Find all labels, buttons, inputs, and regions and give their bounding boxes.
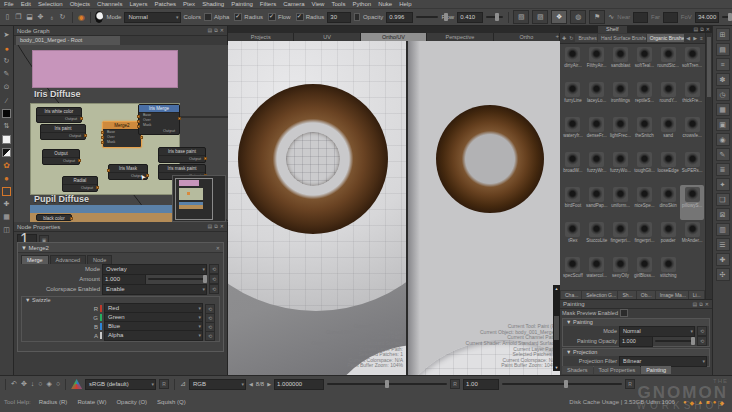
brush-editor-icon[interactable]: ✎ bbox=[716, 148, 730, 161]
star-icon[interactable]: ✦ bbox=[716, 178, 730, 191]
save-project-icon[interactable]: ⬓ bbox=[25, 12, 34, 23]
menu-lines-icon[interactable]: ☰ bbox=[716, 238, 730, 251]
viewport-tab[interactable]: Projects bbox=[228, 33, 294, 41]
swap-colors-icon[interactable]: ⇅ bbox=[0, 120, 13, 132]
brush-item[interactable]: roundStc... bbox=[656, 45, 680, 80]
amount-slider[interactable] bbox=[148, 278, 207, 280]
menu-item[interactable]: File bbox=[4, 1, 14, 7]
panel-float-icon[interactable]: ⧉ bbox=[214, 223, 218, 230]
painting-opacity-field[interactable]: 1.000 bbox=[619, 336, 653, 347]
option-checkbox-group[interactable]: Alpha bbox=[204, 13, 229, 21]
menu-item[interactable]: Nuke bbox=[378, 1, 392, 7]
blend-mode-dropdown[interactable]: Overlay bbox=[102, 264, 207, 275]
history-icon[interactable]: ↶ bbox=[11, 380, 17, 388]
panel-close-icon[interactable]: ✕ bbox=[705, 301, 709, 308]
layers-strip-icon[interactable]: ◫ bbox=[0, 224, 13, 236]
far-field[interactable] bbox=[663, 12, 678, 23]
dock-tab[interactable]: Painting bbox=[641, 366, 671, 374]
node-iris-white-color[interactable]: Iris white color Output bbox=[36, 107, 82, 123]
brush-item[interactable]: girlBloss... bbox=[633, 255, 657, 290]
prev-frame-icon[interactable]: ◀ bbox=[249, 381, 253, 387]
brush-item[interactable]: furryLine bbox=[561, 80, 585, 115]
lightbulb-icon[interactable]: ◉ bbox=[716, 133, 730, 146]
menu-item[interactable]: Layers bbox=[129, 1, 147, 7]
near-field[interactable] bbox=[633, 12, 648, 23]
add-icon[interactable]: ✚ bbox=[0, 198, 13, 210]
option-checkbox-group[interactable]: Radius bbox=[296, 13, 325, 21]
menu-item[interactable]: View bbox=[312, 1, 325, 7]
brush-item[interactable]: fuzzyWo... bbox=[609, 150, 633, 185]
brush-item[interactable]: sexyOily bbox=[609, 255, 633, 290]
node-iris-merge[interactable]: Iris Merge Base Over Mask Output bbox=[138, 104, 180, 135]
menu-item[interactable]: Ptex bbox=[183, 1, 195, 7]
colorspace-dropdown[interactable]: Enable bbox=[102, 284, 207, 295]
scroll-handle[interactable] bbox=[554, 316, 559, 340]
import-icon[interactable]: ✥ bbox=[36, 12, 45, 23]
node-graph-minimap[interactable] bbox=[172, 175, 226, 222]
paint-tool-icon[interactable]: ● bbox=[0, 42, 13, 54]
merge2-group-header[interactable]: ▼ Merge2 ✕ bbox=[18, 243, 223, 253]
checkbox-icon[interactable] bbox=[204, 13, 212, 21]
brush-preset-icon[interactable]: ✿ bbox=[0, 159, 13, 171]
painting-header[interactable]: Painting ▤ ⧉ ✕ bbox=[560, 300, 712, 309]
reset-icon[interactable]: ⟲ bbox=[697, 336, 707, 346]
menu-item[interactable]: Patches bbox=[154, 1, 176, 7]
clone-stamp-icon[interactable]: ↻ bbox=[0, 55, 13, 67]
gamma-field[interactable]: 1.00 bbox=[463, 379, 499, 390]
reset-button[interactable]: R bbox=[450, 379, 460, 389]
opacity-slider[interactable] bbox=[416, 16, 439, 18]
fov-slider[interactable] bbox=[722, 16, 729, 18]
ortho-viewport[interactable]: Current Tool: Paint (P)Current Object: b… bbox=[228, 41, 406, 375]
reset-icon[interactable]: ⟲ bbox=[209, 284, 219, 294]
shelf-tab[interactable]: Organic Brushes bbox=[647, 34, 685, 42]
curve-icon[interactable]: ⊿ bbox=[180, 380, 186, 388]
checkbox-icon[interactable] bbox=[268, 13, 276, 21]
base-port[interactable] bbox=[137, 115, 140, 118]
brush-item[interactable]: FilthyAir... bbox=[585, 45, 609, 80]
list-icon[interactable]: ≡ bbox=[716, 58, 730, 71]
brush-item[interactable]: specScuff bbox=[561, 255, 585, 290]
output-port[interactable] bbox=[96, 186, 99, 189]
pull-down-icon[interactable]: ↓ bbox=[31, 380, 35, 388]
brush-item[interactable]: uniform... bbox=[609, 185, 633, 220]
opacity-field[interactable]: 0.996 bbox=[386, 12, 412, 23]
reset-icon[interactable]: ⟲ bbox=[209, 264, 219, 274]
brush-item[interactable]: reptileS... bbox=[633, 80, 657, 115]
snapshot-icon[interactable]: ▨ bbox=[532, 10, 548, 24]
over-port[interactable] bbox=[137, 120, 140, 123]
menu-item[interactable]: Shading bbox=[202, 1, 224, 7]
viewport-tab[interactable]: Ortho/UV bbox=[361, 33, 427, 41]
output-port[interactable] bbox=[80, 117, 83, 120]
menu-item[interactable]: Python bbox=[352, 1, 371, 7]
brush-item[interactable]: SuPERs... bbox=[680, 150, 704, 185]
shelf-tab[interactable]: Brushes bbox=[575, 34, 597, 42]
brush-item[interactable]: dinoSkin bbox=[656, 185, 680, 220]
image-manager-icon[interactable]: ▦ bbox=[716, 103, 730, 116]
extra-checkbox[interactable] bbox=[354, 13, 360, 21]
reset-button[interactable]: R bbox=[625, 379, 635, 389]
patches-icon[interactable]: ⊠ bbox=[716, 208, 730, 221]
brush-item[interactable]: watercol... bbox=[585, 255, 609, 290]
panel-menu-icon[interactable]: ▤ bbox=[692, 301, 697, 308]
smudge-tool-icon[interactable]: ✎ bbox=[0, 68, 13, 80]
shelf-menu-icon[interactable]: ≡ bbox=[699, 35, 704, 41]
pink-backdrop-node[interactable] bbox=[32, 50, 178, 88]
next-frame-icon[interactable]: ▶ bbox=[267, 381, 271, 387]
panel-close-icon[interactable]: ✕ bbox=[706, 26, 710, 33]
prev-tab-icon[interactable]: ◀ bbox=[685, 35, 691, 41]
option-checkbox-group[interactable]: Flow bbox=[268, 13, 291, 21]
paint-mode-dropdown[interactable]: Normal bbox=[124, 12, 180, 23]
brush-item[interactable]: toughGli... bbox=[633, 150, 657, 185]
radius-value-field[interactable]: 30 bbox=[327, 12, 351, 23]
add-viewport-icon[interactable]: + bbox=[555, 33, 559, 39]
mirror-projection-icon[interactable]: ❖ bbox=[551, 10, 567, 24]
fov-field[interactable]: 34.000 bbox=[695, 12, 719, 23]
dock-tab[interactable]: Shaders bbox=[562, 366, 593, 374]
output-port[interactable] bbox=[204, 157, 207, 160]
exposure-field[interactable]: 1.000000 bbox=[274, 379, 324, 390]
node-radial[interactable]: Radial Output bbox=[62, 176, 98, 192]
layers-icon[interactable]: ▤ bbox=[716, 43, 730, 56]
menu-item[interactable]: Camera bbox=[283, 1, 304, 7]
node-iris-base-paint[interactable]: Iris base paint Output bbox=[158, 147, 206, 163]
zoom-tool-icon[interactable]: ⊙ bbox=[0, 81, 13, 93]
